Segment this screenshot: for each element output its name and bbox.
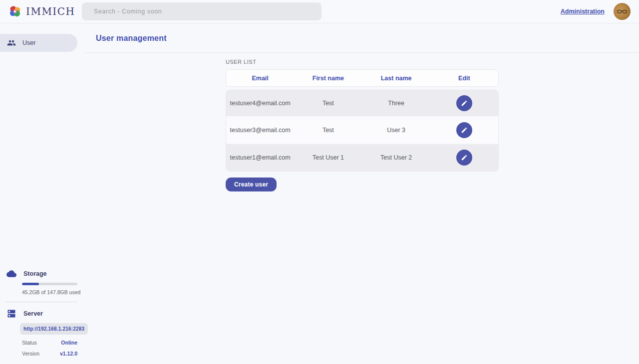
- cell-email: testuser3@email.com: [226, 127, 294, 134]
- app-header: IMMICH Administration: [0, 0, 639, 23]
- cell-last-name: Three: [362, 100, 430, 107]
- server-url-badge: http://192.168.1.216:2283: [20, 323, 88, 335]
- server-version-row: Version v1.12.0: [22, 351, 77, 357]
- column-header-edit: Edit: [430, 75, 498, 82]
- create-user-button[interactable]: Create user: [226, 178, 277, 191]
- server-version-value: v1.12.0: [60, 351, 77, 357]
- storage-progress-track: [22, 283, 77, 285]
- table-header-row: Email First name Last name Edit: [226, 69, 499, 87]
- sidebar-divider: [5, 302, 77, 302]
- immich-logo: IMMICH: [0, 4, 82, 18]
- server-panel: Server http://192.168.1.216:2283 Status …: [0, 309, 85, 357]
- server-status-row: Status Online: [22, 340, 77, 346]
- cell-last-name: User 3: [362, 127, 430, 134]
- column-header-first-name: First name: [294, 75, 362, 82]
- glasses-icon: [616, 5, 628, 17]
- pencil-icon: [461, 127, 468, 134]
- cell-first-name: Test: [294, 100, 362, 107]
- storage-panel: Storage 45.2GB of 147.8GB used: [0, 269, 85, 295]
- sidebar-footer: Storage 45.2GB of 147.8GB used Server ht…: [0, 269, 85, 364]
- user-list-section: USER LIST Email First name Last name Edi…: [226, 59, 499, 191]
- column-header-email: Email: [226, 75, 294, 82]
- pencil-icon: [461, 100, 468, 107]
- users-icon: [7, 38, 16, 47]
- server-icon: [6, 309, 16, 319]
- edit-user-button[interactable]: [456, 150, 472, 166]
- edit-user-button[interactable]: [456, 122, 472, 138]
- user-table-body: testuser4@email.com Test Three testuser3…: [226, 90, 499, 172]
- table-row: testuser3@email.com Test User 3: [226, 117, 498, 144]
- immich-logo-icon: [8, 4, 22, 18]
- header-right: Administration: [561, 3, 639, 20]
- edit-user-button[interactable]: [456, 95, 472, 111]
- storage-title: Storage: [23, 270, 47, 277]
- page-title: User management: [96, 34, 639, 43]
- cloud-icon: [6, 269, 16, 279]
- server-version-label: Version: [22, 351, 39, 357]
- user-list-heading: USER LIST: [226, 59, 499, 65]
- title-bar: User management: [85, 23, 639, 53]
- storage-usage-text: 45.2GB of 147.8GB used: [22, 289, 85, 295]
- user-avatar[interactable]: [614, 3, 631, 20]
- search-input[interactable]: [82, 2, 321, 20]
- administration-link[interactable]: Administration: [561, 8, 605, 15]
- cell-email: testuser4@email.com: [226, 100, 294, 107]
- pencil-icon: [461, 154, 468, 161]
- search-bar: [82, 2, 321, 20]
- server-status-label: Status: [22, 340, 37, 346]
- table-row: testuser1@email.com Test User 1 Test Use…: [226, 144, 498, 171]
- main-content: User management USER LIST Email First na…: [85, 23, 639, 364]
- cell-email: testuser1@email.com: [226, 154, 294, 161]
- server-title: Server: [23, 310, 43, 317]
- column-header-last-name: Last name: [362, 75, 430, 82]
- app-wordmark: IMMICH: [26, 5, 75, 17]
- cell-last-name: Test User 2: [362, 154, 430, 161]
- sidebar-item-user[interactable]: User: [0, 34, 77, 52]
- sidebar-item-label: User: [22, 39, 35, 46]
- cell-first-name: Test: [294, 127, 362, 134]
- cell-first-name: Test User 1: [294, 154, 362, 161]
- table-row: testuser4@email.com Test Three: [226, 90, 498, 117]
- sidebar: User Storage 45.2GB of 147.8GB used: [0, 23, 85, 364]
- server-status-value: Online: [61, 340, 77, 346]
- storage-progress-fill: [22, 283, 39, 285]
